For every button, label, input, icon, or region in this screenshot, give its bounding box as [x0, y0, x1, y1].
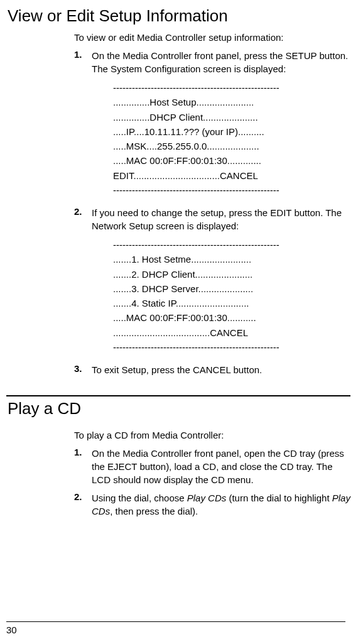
code-line: .......1. Host Setme....................…: [113, 252, 332, 266]
code-line: ----------------------------------------…: [113, 80, 332, 95]
step-2: 2. If you need to change the setup, pres…: [74, 206, 350, 232]
code-line: ..............Host Setup................…: [113, 95, 332, 109]
section-divider: [6, 395, 350, 396]
step-3: 3. To exit Setup, press the CANCEL butto…: [74, 363, 350, 376]
step-text: If you need to change the setup, press t…: [92, 206, 350, 232]
code-line: .....IP....10.11.11.??? (your IP).......…: [113, 124, 332, 139]
code-line: .......4. Static IP.....................…: [113, 296, 332, 310]
section1-intro: To view or edit Media Controller setup i…: [74, 32, 350, 43]
code-line: .......2. DHCP Client...................…: [113, 267, 332, 281]
section-heading-2: Play a CD: [8, 399, 350, 418]
step-number: 2.: [74, 206, 92, 232]
section2-intro: To play a CD from Media Controller:: [74, 430, 350, 440]
text-segment: (turn the dial to highlight: [226, 493, 332, 503]
code-line: ----------------------------------------…: [113, 237, 332, 252]
step-number: 1.: [74, 49, 92, 75]
step-2-cd: 2. Using the dial, choose Play CDs (turn…: [74, 491, 350, 518]
code-line: ----------------------------------------…: [113, 340, 332, 354]
code-line: .....MAC 00:0F:FF:00:01:30.............: [113, 153, 332, 168]
step-1-cd: 1. On the Media Controller front panel, …: [74, 447, 350, 486]
step-number: 2.: [74, 491, 92, 518]
text-segment: , then press the dial).: [110, 506, 198, 516]
page-number: 30: [6, 621, 345, 635]
text-segment: Using the dial, choose: [92, 493, 187, 503]
network-setup-screen: ----------------------------------------…: [113, 237, 332, 354]
system-config-screen: ----------------------------------------…: [113, 80, 332, 197]
code-line: .....MAC 00:0F:FF:00:01:30...........: [113, 310, 332, 325]
code-line: .....................................CAN…: [113, 325, 332, 340]
step-text: On the Media Controller front panel, ope…: [92, 447, 350, 486]
code-line: EDIT.................................CAN…: [113, 168, 332, 183]
step-text: Using the dial, choose Play CDs (turn th…: [92, 491, 350, 518]
step-text: To exit Setup, press the CANCEL button.: [92, 363, 262, 376]
code-line: ..............DHCP Client...............…: [113, 110, 332, 124]
section-heading-1: View or Edit Setup Information: [8, 6, 350, 26]
text-emphasis: Play CDs: [187, 493, 227, 503]
step-number: 3.: [74, 363, 92, 376]
code-line: .......3. DHCP Server...................…: [113, 281, 332, 296]
code-line: ----------------------------------------…: [113, 183, 332, 197]
step-text: On the Media Controller front panel, pre…: [92, 49, 350, 75]
step-number: 1.: [74, 447, 92, 486]
code-line: .....MSK....255.255.0.0.................…: [113, 139, 332, 153]
step-1: 1. On the Media Controller front panel, …: [74, 49, 350, 75]
